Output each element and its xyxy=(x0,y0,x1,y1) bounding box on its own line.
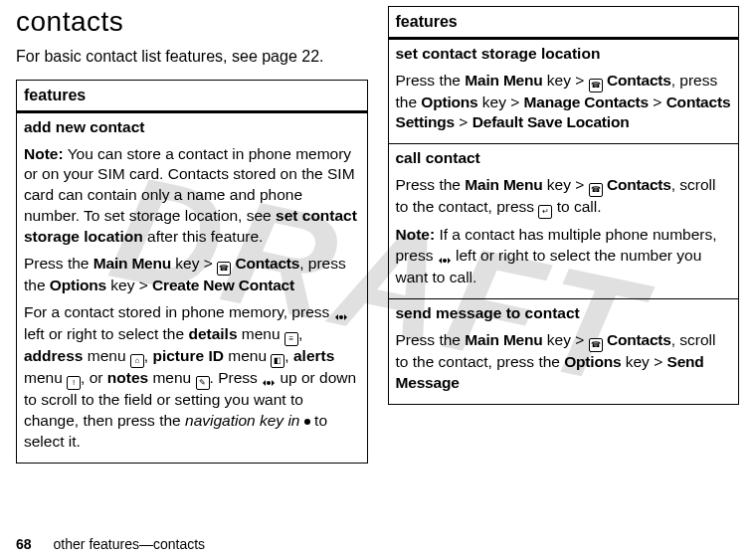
intro-text: For basic contact list features, see pag… xyxy=(16,48,368,66)
notes-icon: ✎ xyxy=(196,376,210,390)
note-label: Note: xyxy=(396,226,436,243)
text: Press the xyxy=(396,72,466,89)
text: key > xyxy=(543,72,589,89)
text: menu xyxy=(83,347,129,364)
note-label: Note: xyxy=(24,145,64,162)
text: to call. xyxy=(552,198,601,215)
text: Press the xyxy=(396,331,466,348)
text: menu xyxy=(24,369,67,386)
text: > xyxy=(649,93,666,110)
details-label: details xyxy=(188,325,237,342)
main-menu-label: Main Menu xyxy=(465,331,542,348)
alerts-label: alerts xyxy=(293,347,334,364)
text: key > xyxy=(543,176,589,193)
details-icon: ≡ xyxy=(284,332,298,346)
table-row: add new contact Note: You can store a co… xyxy=(17,111,368,463)
page-columns: contacts For basic contact list features… xyxy=(0,0,755,464)
text: Press the xyxy=(396,176,466,193)
text: . Press xyxy=(210,369,263,386)
press-paragraph: Press the Main Menu key > ☎ Contacts, pr… xyxy=(24,254,360,296)
text: menu xyxy=(238,325,284,342)
create-new-contact-label: Create New Contact xyxy=(152,277,294,293)
row-title: add new contact xyxy=(24,117,360,138)
contacts-label: Contacts xyxy=(607,331,671,348)
nav-key-icon xyxy=(334,310,348,324)
note-tail: after this feature. xyxy=(143,228,264,245)
contacts-icon: ☎ xyxy=(217,262,231,276)
footer-text: other features—contacts xyxy=(54,536,206,552)
table-row: send message to contact Press the Main M… xyxy=(388,299,739,405)
text: key > xyxy=(106,277,152,293)
contacts-icon: ☎ xyxy=(589,183,603,197)
options-label: Options xyxy=(50,277,106,293)
table-row: call contact Press the Main Menu key > ☎… xyxy=(388,144,739,299)
detail-paragraph: For a contact stored in phone memory, pr… xyxy=(24,302,360,453)
text: key > xyxy=(478,93,524,110)
contacts-label: Contacts xyxy=(607,176,671,193)
table-row: set contact storage location Press the M… xyxy=(388,38,739,144)
main-menu-label: Main Menu xyxy=(465,176,542,193)
text: For a contact stored in phone memory, pr… xyxy=(24,303,334,320)
manage-contacts-label: Manage Contacts xyxy=(524,93,649,110)
section-heading: contacts xyxy=(16,6,368,38)
default-save-location-label: Default Save Location xyxy=(472,113,630,130)
contacts-icon: ☎ xyxy=(589,338,603,352)
features-table-right: features set contact storage location Pr… xyxy=(388,6,740,405)
main-menu-label: Main Menu xyxy=(94,255,171,272)
send-key-icon: ↵ xyxy=(538,205,552,219)
text: menu xyxy=(224,347,271,364)
picture-icon: ◧ xyxy=(271,354,284,368)
page-number: 68 xyxy=(16,536,32,552)
row-title: set contact storage location xyxy=(396,44,732,65)
nav-key-icon xyxy=(438,254,452,268)
text: > xyxy=(455,113,472,130)
right-column: features set contact storage location Pr… xyxy=(388,6,740,464)
text: menu xyxy=(148,369,195,386)
page-footer: 68other features—contacts xyxy=(16,536,205,552)
features-table-left: features add new contact Note: You can s… xyxy=(16,80,368,464)
main-menu-label: Main Menu xyxy=(465,72,542,89)
contacts-label: Contacts xyxy=(607,72,671,89)
left-column: contacts For basic contact list features… xyxy=(16,6,368,464)
notes-label: notes xyxy=(107,369,148,386)
text: key > xyxy=(543,331,589,348)
text: key > xyxy=(621,353,666,370)
text: Press the xyxy=(24,255,94,272)
table-header: features xyxy=(388,7,739,39)
nav-key-in-label: navigation key in xyxy=(185,412,299,429)
row-title: call contact xyxy=(396,148,732,169)
note-paragraph: Note: If a contact has multiple phone nu… xyxy=(396,225,732,288)
contacts-label: Contacts xyxy=(235,255,299,272)
options-label: Options xyxy=(421,93,477,110)
row-title: send message to contact xyxy=(396,303,732,324)
address-icon: ⌂ xyxy=(130,354,144,368)
press-paragraph: Press the Main Menu key > ☎ Contacts, sc… xyxy=(396,330,732,394)
contacts-icon: ☎ xyxy=(589,79,603,93)
text: key > xyxy=(171,255,217,272)
alerts-icon: ! xyxy=(67,376,81,390)
address-label: address xyxy=(24,347,83,364)
press-paragraph: Press the Main Menu key > ☎ Contacts, pr… xyxy=(396,71,732,134)
picture-id-label: picture ID xyxy=(152,347,223,364)
press-paragraph: Press the Main Menu key > ☎ Contacts, sc… xyxy=(396,175,732,219)
table-header: features xyxy=(17,81,368,112)
text: left or right to select the xyxy=(24,325,188,342)
note-paragraph: Note: You can store a contact in phone m… xyxy=(24,144,360,249)
options-label: Options xyxy=(564,353,621,370)
nav-key-icon xyxy=(262,376,276,390)
